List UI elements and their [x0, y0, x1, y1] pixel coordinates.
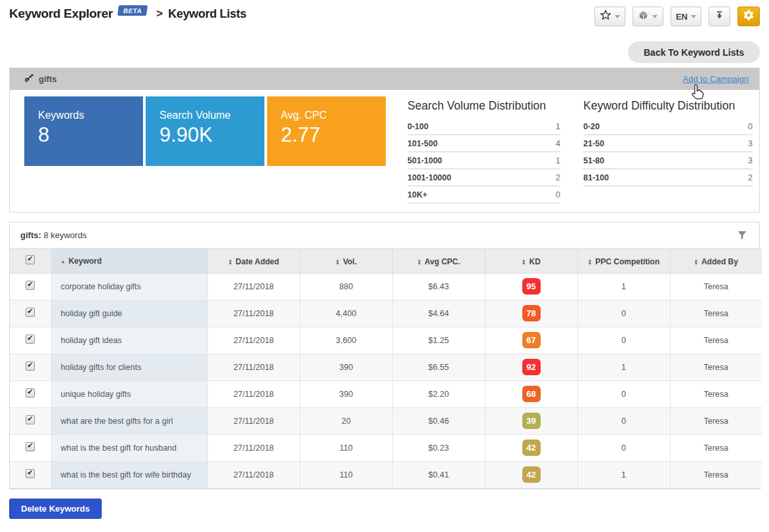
volume-cell: 880	[300, 273, 392, 300]
keyword-column-header[interactable]: ▲Keyword	[51, 249, 207, 273]
table-row: holiday gift ideas27/11/20183,600$1.2567…	[10, 327, 762, 354]
date-added-cell: 27/11/2018	[207, 300, 300, 327]
row-checkbox-cell	[10, 407, 51, 434]
ppc-competition-cell: 1	[577, 461, 670, 488]
sort-icon: ▲▼	[694, 258, 698, 265]
column-label: PPC Competition	[595, 257, 659, 266]
distribution-range: 10K+	[407, 190, 427, 199]
ppc-competition-cell: 0	[577, 380, 670, 407]
kd-badge: 68	[522, 386, 541, 402]
table-header-row: ▲Keyword ▲▼Date Added ▲▼Vol. ▲▼Avg CPC. …	[10, 249, 762, 273]
keyword-cell: what is the best gift for wife birthday	[51, 461, 207, 488]
ppc-competition-cell: 0	[577, 407, 670, 434]
avg-cpc-cell: $6.55	[392, 354, 485, 380]
search-volume-distribution: Search Volume Distribution 0-1001101-500…	[407, 96, 560, 203]
added-by-column-header[interactable]: ▲▼Added By	[670, 249, 762, 273]
row-checkbox-cell	[10, 300, 51, 327]
column-label: Avg CPC.	[425, 257, 460, 266]
chevron-down-icon	[691, 15, 696, 18]
row-checkbox-cell	[10, 380, 51, 407]
avg-cpc-column-header[interactable]: ▲▼Avg CPC.	[392, 249, 485, 273]
row-checkbox[interactable]	[26, 335, 35, 344]
delete-keywords-button[interactable]: Delete Keywords	[9, 499, 102, 519]
gear-icon	[743, 9, 755, 24]
row-checkbox[interactable]	[26, 388, 35, 398]
export-button[interactable]	[709, 7, 730, 26]
distribution-range: 501-1000	[407, 156, 442, 165]
distribution-range: 0-20	[583, 122, 600, 131]
language-select[interactable]: EN	[671, 7, 701, 26]
distribution-row: 0-200	[583, 118, 753, 135]
stat-label: Search Volume	[159, 110, 264, 121]
kd-cell: 95	[485, 273, 577, 300]
date-added-cell: 27/11/2018	[207, 434, 300, 461]
kd-cell: 92	[485, 354, 577, 380]
list-name-group: gifts	[24, 73, 56, 85]
kd-badge: 95	[522, 278, 541, 295]
distribution-count: 0	[556, 190, 560, 199]
language-label: EN	[676, 12, 688, 22]
row-checkbox[interactable]	[26, 361, 35, 371]
settings-button[interactable]	[738, 7, 760, 26]
distribution-row: 501-10001	[407, 152, 560, 169]
kd-cell: 42	[485, 461, 577, 488]
distribution-count: 3	[748, 155, 753, 165]
table-caption-list-name: gifts:	[20, 230, 41, 240]
table-row: what is the best gift for husband27/11/2…	[10, 434, 762, 461]
select-all-checkbox[interactable]	[26, 255, 35, 264]
distribution-count: 1	[556, 155, 560, 165]
search-volume-distribution-rows: 0-1001101-5004501-100011001-10000210K+0	[407, 118, 560, 203]
kd-badge: 39	[522, 413, 541, 429]
keyword-cell: holiday gifts for clients	[51, 354, 207, 380]
distribution-row: 21-503	[583, 135, 753, 152]
keyword-table: ▲Keyword ▲▼Date Added ▲▼Vol. ▲▼Avg CPC. …	[10, 249, 762, 489]
volume-cell: 390	[300, 354, 392, 380]
back-to-keyword-lists-button[interactable]: Back To Keyword Lists	[628, 41, 760, 63]
favorites-button[interactable]	[594, 7, 625, 26]
filter-button[interactable]	[737, 230, 747, 241]
back-row: Back To Keyword Lists	[8, 33, 761, 64]
distribution-count: 1	[556, 121, 560, 131]
row-checkbox[interactable]	[26, 281, 35, 290]
kd-badge: 78	[522, 305, 541, 321]
stat-label: Avg. CPC	[281, 110, 386, 121]
row-checkbox[interactable]	[26, 442, 35, 451]
date-added-cell: 27/11/2018	[207, 407, 300, 434]
row-checkbox[interactable]	[26, 415, 35, 424]
ppc-competition-column-header[interactable]: ▲▼PPC Competition	[577, 249, 670, 273]
added-by-cell: Teresa	[670, 407, 762, 434]
date-added-cell: 27/11/2018	[207, 327, 300, 354]
row-checkbox[interactable]	[26, 469, 35, 478]
page-title: Keyword Explorer	[9, 7, 113, 21]
distribution-row: 0-1001	[407, 118, 560, 135]
date-added-cell: 27/11/2018	[207, 380, 300, 407]
sort-icon: ▲▼	[335, 258, 339, 265]
avg-cpc-cell: $0.41	[392, 461, 485, 488]
date-added-cell: 27/11/2018	[207, 354, 300, 380]
star-icon	[600, 9, 612, 24]
table-row: holiday gift guide27/11/20184,400$4.6478…	[10, 300, 762, 327]
volume-cell: 110	[300, 434, 392, 461]
toolbar: EN	[594, 7, 760, 26]
row-checkbox[interactable]	[26, 308, 35, 317]
distribution-range: 51-80	[583, 156, 604, 165]
distribution-count: 2	[556, 173, 560, 182]
distributions: Search Volume Distribution 0-1001101-500…	[407, 96, 753, 203]
sort-icon: ▲▼	[228, 258, 232, 265]
keywords-card: Keywords 8	[24, 96, 143, 166]
keyword-cell: what are the best gifts for a girl	[51, 407, 207, 434]
sort-icon: ▲▼	[522, 258, 526, 265]
add-to-campaign-link[interactable]: Add to Campaign	[683, 74, 749, 84]
modules-button[interactable]	[633, 7, 663, 26]
distribution-row: 101-5004	[407, 135, 560, 152]
stat-label: Keywords	[38, 110, 143, 121]
date-added-column-header[interactable]: ▲▼Date Added	[207, 249, 300, 273]
avg-cpc-cell: $0.46	[392, 407, 485, 434]
kd-column-header[interactable]: ▲▼KD	[485, 249, 577, 273]
volume-column-header[interactable]: ▲▼Vol.	[300, 249, 392, 273]
keyword-cell: what is the best gift for husband	[51, 434, 207, 461]
distribution-row: 10K+0	[407, 186, 560, 203]
row-checkbox-cell	[10, 273, 51, 300]
breadcrumb: Keyword Explorer BETA > Keyword Lists	[9, 7, 246, 21]
table-caption: gifts: 8 keywords	[20, 230, 87, 240]
